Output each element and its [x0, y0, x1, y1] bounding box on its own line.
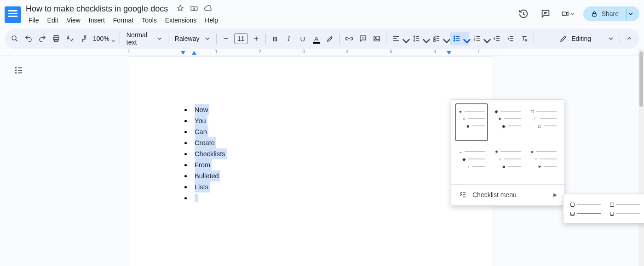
move-icon[interactable] [190, 4, 198, 14]
svg-rect-6 [374, 36, 380, 41]
menu-help[interactable]: Help [201, 15, 222, 25]
insert-link-icon[interactable] [343, 32, 356, 45]
ruler-number: 6 [433, 49, 436, 54]
share-area: Share [583, 6, 639, 21]
comments-icon[interactable] [539, 7, 552, 20]
bulleted-list-dropdown[interactable] [450, 32, 469, 45]
right-indent-marker[interactable] [446, 51, 452, 56]
numbered-list-dropdown[interactable]: 123 [470, 32, 489, 45]
bullet-icon [184, 131, 187, 133]
ruler-number: 5 [390, 49, 392, 54]
paint-format-icon[interactable] [77, 32, 90, 45]
paragraph-style-value: Normal text [126, 31, 157, 46]
list-item[interactable]: Create [184, 137, 227, 148]
vertical-ruler[interactable] [0, 56, 7, 266]
increase-indent-icon[interactable] [504, 32, 517, 45]
menu-edit[interactable]: Edit [44, 15, 62, 25]
list-item[interactable] [184, 192, 227, 202]
title-area: How to make checklists in google docs Fi… [25, 4, 517, 25]
list-item[interactable]: Can [184, 126, 227, 137]
ruler-number: 3 [302, 49, 305, 54]
list-item-text: Can [195, 126, 208, 137]
menu-insert[interactable]: Insert [85, 15, 109, 25]
text-color-icon[interactable]: A [310, 32, 323, 45]
svg-point-11 [454, 38, 454, 39]
scrollbar-thumb[interactable] [639, 51, 643, 107]
vertical-scrollbar[interactable] [638, 49, 644, 266]
menu-format[interactable]: Format [109, 15, 137, 25]
meet-icon[interactable] [561, 7, 574, 20]
list-item-text: Create [195, 137, 216, 148]
list-item-text: Lists [195, 181, 210, 192]
decrease-indent-icon[interactable] [490, 32, 503, 45]
menu-extensions[interactable]: Extensions [161, 15, 200, 25]
app-header: How to make checklists in google docs Fi… [0, 0, 644, 28]
share-dropdown-icon[interactable] [627, 11, 635, 16]
history-icon[interactable] [517, 7, 530, 20]
share-button[interactable]: Share [583, 6, 626, 21]
undo-icon[interactable] [22, 32, 35, 45]
checklist-dropdown[interactable] [430, 32, 449, 45]
bullet-preset-disc-circle-square[interactable]: ● ○ ■ [455, 103, 488, 141]
bullet-preset-hollow-squares[interactable]: □ □ □ [527, 103, 560, 141]
document-outline-icon[interactable] [14, 65, 24, 77]
collapse-toolbar-icon[interactable] [623, 32, 636, 45]
ruler-number: 7 [477, 49, 480, 54]
share-label: Share [602, 10, 619, 17]
menu-file[interactable]: File [25, 15, 43, 25]
ruler-number: 1 [127, 49, 130, 54]
cloud-status-icon[interactable] [204, 4, 212, 14]
zoom-dropdown[interactable]: 100% [91, 35, 117, 42]
list-item[interactable]: Bulleted [184, 170, 227, 181]
highlight-color-icon[interactable] [324, 32, 337, 45]
insert-image-icon[interactable] [370, 32, 383, 45]
font-family-dropdown[interactable]: Raleway [171, 35, 213, 42]
bulleted-list-presets-popup: ● ○ ■ ◆ ➤ ◆ □ □ □ → ◆ → [451, 99, 565, 206]
docs-app-icon[interactable] [5, 6, 21, 23]
bullet-preset-stars[interactable]: ★ ○ ■ [491, 144, 524, 181]
document-title[interactable]: How to make checklists in google docs [25, 4, 169, 14]
bullet-preset-arrow-circle[interactable]: ➤ ○ ➤ [527, 144, 560, 181]
bullet-preset-arrows[interactable]: → ◆ → [455, 144, 488, 181]
ruler-number: 2 [259, 49, 261, 54]
bullet-icon [184, 120, 187, 122]
print-icon[interactable] [50, 32, 63, 45]
clear-formatting-icon[interactable] [518, 32, 531, 45]
list-item[interactable]: Now [184, 104, 227, 115]
svg-rect-0 [562, 12, 566, 15]
underline-icon[interactable]: U [296, 32, 309, 45]
align-dropdown[interactable] [389, 32, 408, 45]
line-spacing-dropdown[interactable] [409, 32, 429, 45]
font-size-control: 11 [219, 32, 263, 45]
ruler-number: 4 [346, 49, 349, 54]
list-item[interactable]: Lists [184, 181, 227, 192]
spellcheck-icon[interactable] [63, 32, 76, 45]
bullet-preset-diamond-arrow-diamond[interactable]: ◆ ➤ ◆ [491, 103, 524, 141]
checklist-menu-item[interactable]: Checklist menu ▸ [455, 187, 561, 202]
checklist-preset-strikethrough[interactable] [567, 198, 604, 219]
list-item[interactable]: From [184, 159, 227, 170]
add-comment-icon[interactable] [356, 32, 369, 45]
bullet-icon [184, 153, 187, 155]
redo-icon[interactable] [36, 32, 49, 45]
checklist-preset-plain[interactable] [607, 198, 644, 219]
font-size-input[interactable]: 11 [234, 33, 248, 44]
svg-point-12 [454, 40, 454, 41]
italic-icon[interactable]: I [282, 32, 295, 45]
star-icon[interactable] [176, 4, 184, 14]
document-page[interactable]: Now You Can Create Checklists From Bulle… [129, 56, 493, 266]
paragraph-style-dropdown[interactable]: Normal text [123, 31, 165, 46]
list-item[interactable]: Checklists [184, 148, 227, 159]
editing-mode-dropdown[interactable]: Editing [556, 34, 617, 43]
bullet-icon [184, 197, 187, 199]
first-line-indent-marker[interactable] [180, 51, 186, 56]
menu-view[interactable]: View [63, 15, 84, 25]
font-size-decrease-icon[interactable] [219, 32, 232, 45]
menu-tools[interactable]: Tools [138, 15, 161, 25]
search-menus-icon[interactable] [8, 32, 21, 45]
list-item[interactable]: You [184, 115, 227, 126]
bold-icon[interactable]: B [269, 32, 282, 45]
font-size-increase-icon[interactable] [250, 32, 263, 45]
left-indent-marker[interactable] [191, 51, 197, 56]
horizontal-ruler[interactable]: 1 1 2 3 4 5 6 7 [0, 49, 638, 56]
